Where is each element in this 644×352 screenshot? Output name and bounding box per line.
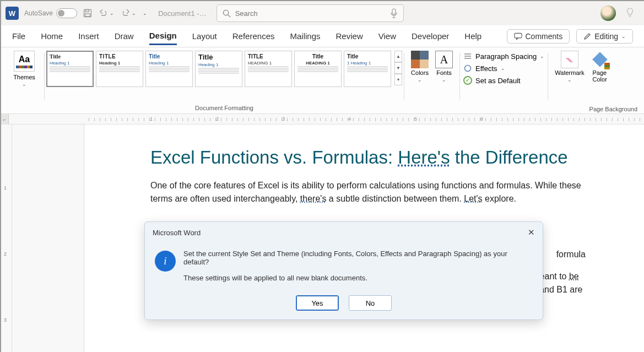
dialog-title: Microsoft Word <box>153 229 201 237</box>
vertical-ruler[interactable]: 1 2 3 <box>1 124 12 352</box>
tab-review[interactable]: Review <box>336 28 363 44</box>
qat-customize-icon[interactable]: ⌄ <box>143 10 147 16</box>
autosave-toggle[interactable]: AutoSave Off <box>24 8 75 18</box>
ruler-number: 3 <box>4 317 7 323</box>
toggle-switch[interactable] <box>56 8 77 18</box>
dialog-close-icon[interactable]: ✕ <box>528 228 535 237</box>
style-set-card[interactable]: TitleHeading 1 <box>145 51 193 87</box>
quick-access-toolbar: ⌄ ⌄ ⌄ <box>83 9 147 18</box>
page-color-label: PageColor <box>593 69 607 83</box>
chevron-down-icon: ⌄ <box>621 34 626 39</box>
effects-icon <box>463 64 472 73</box>
title-bar: W AutoSave Off ⌄ ⌄ ⌄ Document1 -… <box>1 1 644 25</box>
ribbon-tabs: File Home Insert Draw Design Layout Refe… <box>1 25 644 47</box>
ruler-number: 2 <box>4 251 7 257</box>
tab-file[interactable]: File <box>12 28 25 44</box>
gallery-scroll-down[interactable]: ▼ <box>394 62 402 74</box>
pencil-icon <box>583 33 591 40</box>
effects-button[interactable]: Effects ⌄ <box>463 64 544 73</box>
confirm-dialog: Microsoft Word ✕ i Set the current Style… <box>144 221 543 320</box>
document-heading[interactable]: Excel Functions vs. Formulas: Here's the… <box>150 144 644 171</box>
editing-mode-button[interactable]: Editing ⌄ <box>576 29 633 44</box>
ruler-number: 2 <box>216 116 219 122</box>
ruler-number: 5 <box>414 116 417 122</box>
style-set-card[interactable]: TITLEHEADING 1 <box>245 51 292 87</box>
set-as-default-button[interactable]: ✓ Set as Default <box>463 76 544 85</box>
word-app-icon: W <box>6 7 19 20</box>
ruler-number: 6 <box>480 116 483 122</box>
paragraph-spacing-button[interactable]: Paragraph Spacing ⌄ <box>463 52 544 61</box>
watermark-icon <box>561 51 578 68</box>
user-avatar[interactable] <box>600 6 616 21</box>
comment-icon <box>514 33 522 40</box>
group-label-page-background: Page Background <box>589 106 637 112</box>
ruler-number: 1 <box>4 185 7 191</box>
style-set-card[interactable]: TITLEHeading 1 <box>96 51 143 87</box>
fonts-button[interactable]: A Fonts ⌄ <box>435 51 453 83</box>
style-set-card[interactable]: Title1 Heading 1 <box>344 51 391 87</box>
tab-insert[interactable]: Insert <box>78 28 99 44</box>
style-set-card[interactable]: TitleHeading 1 <box>195 51 242 87</box>
gallery-scroll: ▲ ▼ ▾ <box>394 51 402 87</box>
tab-layout[interactable]: Layout <box>192 28 217 44</box>
dialog-no-button[interactable]: No <box>349 295 392 311</box>
document-paragraph[interactable]: One of the core features of Excel is its… <box>150 179 586 205</box>
watermark-button[interactable]: Watermark ⌄ <box>555 51 584 83</box>
ruler-number: 4 <box>348 116 351 122</box>
paragraph-options: Paragraph Spacing ⌄ Effects ⌄ ✓ Set as D… <box>463 51 544 85</box>
effects-label: Effects <box>475 64 497 73</box>
tab-developer[interactable]: Developer <box>412 28 449 44</box>
svg-rect-2 <box>85 14 90 17</box>
dialog-message: These settings will be applied to all ne… <box>183 274 533 282</box>
colors-button[interactable]: Colors ⌄ <box>411 51 429 83</box>
tab-view[interactable]: View <box>378 28 396 44</box>
tab-help[interactable]: Help <box>464 28 481 44</box>
svg-rect-6 <box>514 33 521 37</box>
dialog-yes-button[interactable]: Yes <box>296 295 339 311</box>
search-box[interactable] <box>217 4 404 22</box>
chevron-down-icon: ⌄ <box>540 53 544 59</box>
search-input[interactable] <box>235 9 386 18</box>
comments-button[interactable]: Comments <box>507 29 570 44</box>
undo-icon[interactable]: ⌄ <box>99 9 114 17</box>
svg-line-4 <box>228 14 230 17</box>
svg-point-3 <box>223 10 228 15</box>
watermark-label: Watermark <box>555 69 584 76</box>
set-default-label: Set as Default <box>475 77 521 85</box>
editing-label: Editing <box>594 32 618 41</box>
style-set-card[interactable]: TitleHEADING 1 <box>294 51 342 87</box>
chevron-down-icon: ⌄ <box>22 82 26 87</box>
paragraph-spacing-icon <box>463 52 472 61</box>
tab-draw[interactable]: Draw <box>115 28 134 44</box>
tab-design[interactable]: Design <box>149 28 177 45</box>
document-name: Document1 -… <box>158 9 206 18</box>
ruler-corner: ⌐ <box>1 114 9 125</box>
svg-rect-1 <box>85 10 89 12</box>
chevron-down-icon: ⌄ <box>567 77 572 83</box>
microphone-icon[interactable] <box>390 8 398 18</box>
check-circle-icon: ✓ <box>463 76 472 85</box>
tab-references[interactable]: References <box>232 28 275 44</box>
colors-label: Colors <box>411 69 429 76</box>
page-color-button[interactable]: PageColor <box>591 51 609 83</box>
gallery-expand[interactable]: ▾ <box>394 74 402 85</box>
save-icon[interactable] <box>83 9 92 18</box>
ribbon-design: Aa Themes ⌄ TitleHeading 1 TITLEHeading … <box>1 47 644 113</box>
redo-icon[interactable]: ⌄ <box>121 9 136 17</box>
tab-mailings[interactable]: Mailings <box>290 28 321 44</box>
themes-button[interactable]: Aa Themes ⌄ <box>11 51 37 87</box>
chevron-down-icon: ⌄ <box>442 77 446 83</box>
chevron-down-icon: ⌄ <box>418 77 422 83</box>
ruler-number: 1 <box>150 116 153 122</box>
fonts-label: Fonts <box>436 69 452 76</box>
help-lightbulb-icon[interactable] <box>626 8 634 19</box>
autosave-label: AutoSave <box>24 9 53 17</box>
ruler-number: 3 <box>282 116 285 122</box>
gallery-scroll-up[interactable]: ▲ <box>394 51 402 62</box>
info-icon: i <box>155 251 176 272</box>
colors-icon <box>411 51 429 68</box>
style-set-card[interactable]: TitleHeading 1 <box>46 51 94 87</box>
tab-home[interactable]: Home <box>41 28 63 44</box>
page-color-icon <box>591 51 609 68</box>
horizontal-ruler[interactable]: ⌐ 1 2 3 4 5 6 <box>1 113 644 124</box>
